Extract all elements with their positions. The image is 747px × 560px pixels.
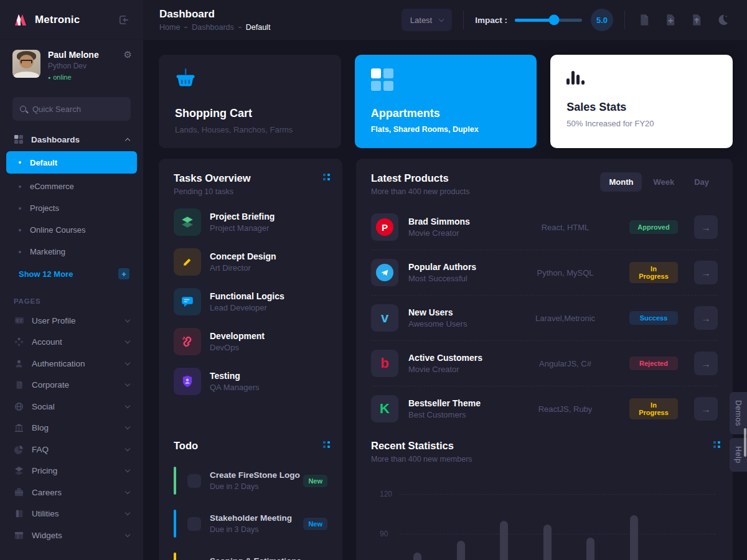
arrow-right-button[interactable]: →: [694, 261, 718, 284]
card-menu-icon[interactable]: [323, 174, 330, 180]
chart-bar: [457, 541, 465, 560]
impact-control: Impact : 5.0: [475, 9, 613, 31]
chart-bar: [500, 521, 508, 560]
product-name[interactable]: Brad Simmons: [408, 217, 519, 226]
todo-title[interactable]: Scoping & Estimations: [210, 556, 303, 560]
id-card-icon: [14, 315, 24, 325]
product-role: Movie Creator: [408, 365, 519, 374]
task-item[interactable]: Testing QA Managers: [174, 368, 327, 395]
product-name[interactable]: Active Customers: [408, 353, 519, 363]
todo-title[interactable]: Stakeholder Meeting: [210, 513, 303, 523]
task-item[interactable]: Project Briefing Project Manager: [174, 208, 327, 236]
task-title: Functional Logics: [210, 291, 284, 301]
card-subtitle: 50% Increased for FY20: [566, 119, 716, 128]
chevron-down-icon: [125, 489, 130, 494]
metronic-logo-icon: [12, 12, 29, 28]
status-badge: In Progress: [629, 262, 678, 283]
product-tech: React, HTML: [519, 223, 612, 232]
sidebar-item-careers[interactable]: Careers: [0, 482, 143, 503]
sales-stats-card[interactable]: Sales Stats 50% Increased for FY20: [550, 55, 733, 148]
impact-label: Impact :: [475, 16, 507, 25]
moon-icon[interactable]: [715, 12, 731, 28]
task-title: Testing: [210, 371, 260, 381]
todo-item: Create FireStone Logo Due in 2 Days New: [174, 467, 327, 495]
task-item[interactable]: Functional Logics Lead Developer: [174, 288, 327, 315]
product-name[interactable]: New Users: [408, 307, 519, 317]
page-scrollbar[interactable]: [744, 428, 746, 457]
sidebar-item-projects[interactable]: Projects: [0, 197, 143, 219]
breadcrumb-dashboards[interactable]: Dashboards: [192, 23, 233, 32]
layers-icon: [174, 208, 201, 236]
arrow-right-button[interactable]: →: [694, 352, 718, 375]
sidebar-toggle-icon[interactable]: [116, 12, 132, 28]
chart-bar: [543, 525, 552, 560]
product-role: Awesome Users: [408, 319, 519, 329]
plus-icon[interactable]: +: [118, 268, 129, 279]
appartments-card[interactable]: Appartments Flats, Shared Rooms, Duplex: [355, 55, 537, 148]
arrow-right-button[interactable]: →: [694, 306, 718, 330]
sidebar-item-ecommerce[interactable]: eCommerce: [0, 175, 143, 197]
show-more-link[interactable]: Show 12 More +: [0, 263, 143, 285]
page-item-label: User Profile: [32, 316, 126, 325]
arrow-right-button[interactable]: →: [694, 215, 718, 239]
sub-item-label: eCommerce: [30, 182, 74, 191]
app-root: Metronic Paul Melone Python Dev online ⚙: [0, 0, 747, 560]
page-title: Dashboard: [159, 8, 402, 21]
breadcrumb-current: Default: [246, 23, 271, 32]
card-menu-icon[interactable]: [323, 441, 330, 448]
file-plus-icon[interactable]: [662, 12, 679, 28]
header-actions: [636, 12, 731, 28]
chat-icon: [174, 288, 201, 315]
shopping-cart-card[interactable]: Shopping Cart Lands, Houses, Ranchos, Fa…: [159, 55, 341, 148]
card-title: Shopping Cart: [175, 107, 325, 120]
quick-search[interactable]: [12, 97, 131, 121]
sidebar-item-authentication[interactable]: Authentication: [0, 353, 143, 375]
todo-checkbox[interactable]: [187, 517, 201, 531]
sidebar-item-blog[interactable]: Blog: [0, 418, 143, 439]
todo-title[interactable]: Create FireStone Logo: [210, 470, 303, 480]
search-input[interactable]: [32, 105, 120, 114]
page-item-label: Pricing: [32, 466, 126, 475]
sidebar-item-account[interactable]: Account: [0, 332, 143, 353]
sidebar-item-widgets[interactable]: Widgets: [0, 525, 143, 546]
status-badge: Rejected: [629, 357, 678, 370]
breadcrumb-home[interactable]: Home: [159, 23, 180, 32]
sidebar-item-social[interactable]: Social: [0, 396, 143, 418]
impact-slider[interactable]: [515, 19, 582, 22]
product-name[interactable]: Popular Authors: [408, 262, 519, 272]
task-item[interactable]: Concept Design Art Director: [174, 248, 327, 276]
product-row: v New Users Awesome Users Laravel,Metron…: [371, 296, 718, 341]
file-document-icon[interactable]: [636, 12, 652, 28]
tab-month[interactable]: Month: [600, 172, 642, 192]
sidebar-item-faq[interactable]: FAQ: [0, 439, 143, 460]
product-tech: Laravel,Metronic: [519, 314, 612, 323]
shield-user-icon: [174, 368, 201, 395]
file-upload-icon[interactable]: [688, 12, 705, 28]
latest-dropdown[interactable]: Latest: [402, 9, 452, 31]
tab-day[interactable]: Day: [685, 172, 718, 192]
telegram-logo: [371, 259, 398, 286]
gear-icon[interactable]: ⚙: [124, 50, 132, 59]
sub-item-label: Projects: [30, 203, 59, 213]
sidebar-item-dashboards[interactable]: Dashboards: [0, 129, 143, 149]
todo-checkbox[interactable]: [187, 474, 201, 488]
pages-section-label: PAGES: [0, 285, 143, 310]
sidebar-item-corporate[interactable]: Corporate: [0, 375, 143, 396]
user-profile-block[interactable]: Paul Melone Python Dev online ⚙: [0, 40, 143, 90]
sidebar-item-marketing[interactable]: Marketing: [0, 241, 143, 263]
sidebar-item-pricing[interactable]: Pricing: [0, 460, 143, 482]
bank-icon: [14, 423, 24, 432]
sidebar-item-user-profile[interactable]: User Profile: [0, 310, 143, 332]
product-tech: Python, MySQL: [519, 268, 612, 278]
sub-item-label: Marketing: [30, 247, 65, 256]
sidebar-item-online-courses[interactable]: Online Courses: [0, 219, 143, 241]
sidebar-item-utilities[interactable]: Utilities: [0, 503, 143, 525]
arrow-right-button[interactable]: →: [694, 397, 718, 421]
task-item[interactable]: Development DevOps: [174, 328, 327, 355]
product-name[interactable]: Bestseller Theme: [408, 398, 519, 408]
page-item-label: Widgets: [32, 531, 126, 540]
sidebar-item-default[interactable]: Default: [6, 151, 137, 174]
tab-week[interactable]: Week: [644, 172, 683, 192]
task-subtitle: DevOps: [210, 343, 265, 352]
slider-thumb[interactable]: [548, 15, 559, 26]
